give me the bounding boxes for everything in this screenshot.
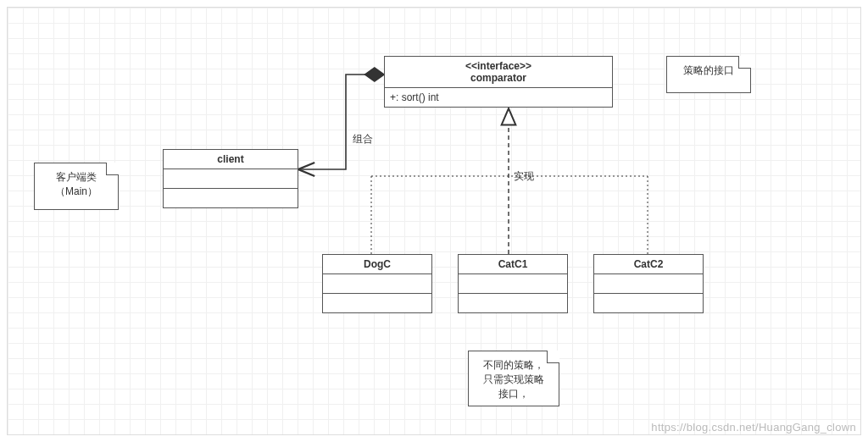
note-client-line2: （Main） — [55, 185, 97, 197]
interface-stereotype: <<interface>> — [390, 60, 607, 72]
class-client-attrs — [164, 169, 298, 189]
note-client: 客户端类 （Main） — [34, 163, 119, 210]
connector-composition — [298, 75, 384, 169]
class-catc2-ops — [594, 294, 703, 312]
class-dogc-title: DogC — [323, 255, 431, 274]
class-catc1-title: CatC1 — [459, 255, 567, 274]
class-catc2-title: CatC2 — [594, 255, 703, 274]
note-fold-icon — [738, 56, 751, 69]
note-impl-l2: 只需实现策略 — [483, 373, 544, 385]
class-catc1-ops — [459, 294, 567, 312]
label-realize: 实现 — [514, 169, 534, 184]
class-catc1-attrs — [459, 274, 567, 294]
class-client-title: client — [164, 150, 298, 169]
note-interface-text: 策略的接口 — [683, 64, 734, 76]
class-catc2-attrs — [594, 274, 703, 294]
diagram-canvas: 客户端类 （Main） client <<interface>> compara… — [0, 0, 868, 442]
note-fold-icon — [547, 351, 559, 363]
class-dogc-attrs — [323, 274, 431, 294]
label-compose: 组合 — [353, 132, 373, 146]
note-client-line1: 客户端类 — [56, 171, 97, 183]
interface-header: <<interface>> comparator — [385, 57, 612, 88]
note-impl: 不同的策略， 只需实现策略 接口， — [468, 351, 559, 406]
class-client-ops — [164, 189, 298, 207]
note-impl-l3: 接口， — [498, 388, 529, 400]
class-catc2: CatC2 — [593, 254, 704, 313]
class-catc1: CatC1 — [458, 254, 568, 313]
interface-name: comparator — [390, 72, 607, 84]
note-fold-icon — [106, 163, 119, 175]
interface-comparator: <<interface>> comparator +: sort() int — [384, 56, 613, 108]
class-dogc-ops — [323, 294, 431, 312]
class-client: client — [163, 149, 298, 208]
interface-method: +: sort() int — [385, 88, 612, 107]
class-dogc: DogC — [322, 254, 432, 313]
note-impl-l1: 不同的策略， — [483, 359, 544, 371]
note-interface: 策略的接口 — [666, 56, 751, 93]
watermark: https://blog.csdn.net/HuangGang_clown — [651, 421, 856, 434]
